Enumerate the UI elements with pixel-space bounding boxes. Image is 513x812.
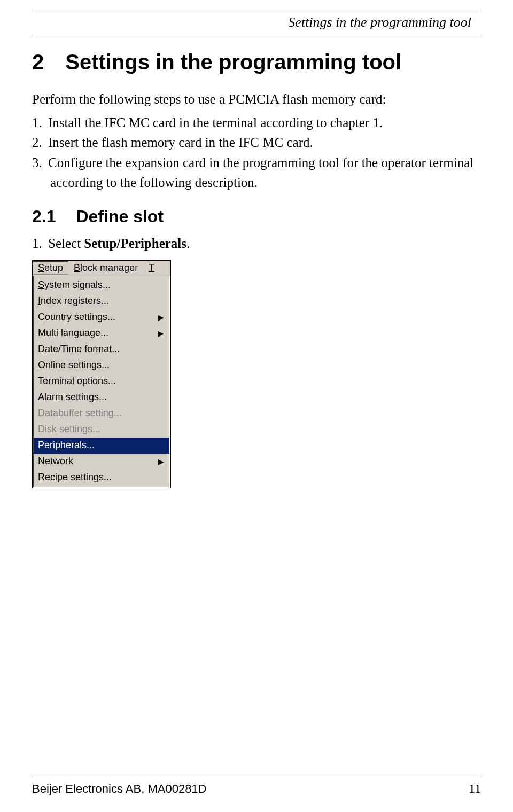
list-item: 2.Insert the flash memory card in the IF… [32,132,481,153]
footer-company: Beijer Electronics AB, MA00281D [32,782,207,796]
menu-item-online-settings[interactable]: Online settings... [34,357,169,373]
menu-item-peripherals[interactable]: Peripherals... [34,438,169,454]
menubar: Setup Block manager T [33,261,170,276]
steps-list: 1.Install the IFC MC card in the termina… [32,113,481,193]
menu-item-terminal-options[interactable]: Terminal options... [34,373,169,389]
menubar-item-block-manager[interactable]: Block manager [68,261,143,275]
menu-item-country-settings[interactable]: Country settings...▶ [34,309,169,325]
list-item: 1.Install the IFC MC card in the termina… [32,113,481,133]
section-heading: 2 Settings in the programming tool [32,50,481,74]
list-item: 1.Select Setup/Peripherals. [32,234,481,253]
menu-item-recipe-settings[interactable]: Recipe settings... [34,470,169,486]
menubar-item-setup[interactable]: Setup [33,261,68,275]
menu-item-disk-settings: Disk settings... [34,421,169,438]
subsection-title: Define slot [76,207,164,227]
submenu-arrow-icon: ▶ [158,457,164,466]
subsection-number: 2.1 [32,207,56,227]
list-item: 3.Configure the expansion card in the pr… [32,153,481,193]
menu-item-alarm-settings[interactable]: Alarm settings... [34,389,169,405]
subsection-heading: 2.1 Define slot [32,207,481,227]
page-number: 11 [469,782,481,796]
menu-item-index-registers[interactable]: Index registers... [34,293,169,309]
section-title: Settings in the programming tool [65,50,401,74]
header-title: Settings in the programming tool [288,14,471,30]
menu-item-system-signals[interactable]: System signals... [34,277,169,293]
menubar-item-truncated[interactable]: T [143,261,160,275]
page-header: Settings in the programming tool [32,10,481,35]
page-content: 2 Settings in the programming tool Perfo… [0,35,513,488]
substeps-list: 1.Select Setup/Peripherals. [32,234,481,253]
page-footer: Beijer Electronics AB, MA00281D 11 [32,777,481,796]
submenu-arrow-icon: ▶ [158,313,164,322]
submenu-arrow-icon: ▶ [158,329,164,338]
menu-item-date-time-format[interactable]: Date/Time format... [34,341,169,357]
section-number: 2 [32,50,44,74]
menu-item-databuffer-setting: Databuffer setting... [34,405,169,421]
menu-item-multi-language[interactable]: Multi language...▶ [34,325,169,341]
setup-dropdown: System signals... Index registers... Cou… [33,276,170,488]
menu-item-network[interactable]: Network▶ [34,454,169,470]
intro-paragraph: Perform the following steps to use a PCM… [32,90,481,108]
menu-screenshot: Setup Block manager T System signals... … [32,260,171,488]
